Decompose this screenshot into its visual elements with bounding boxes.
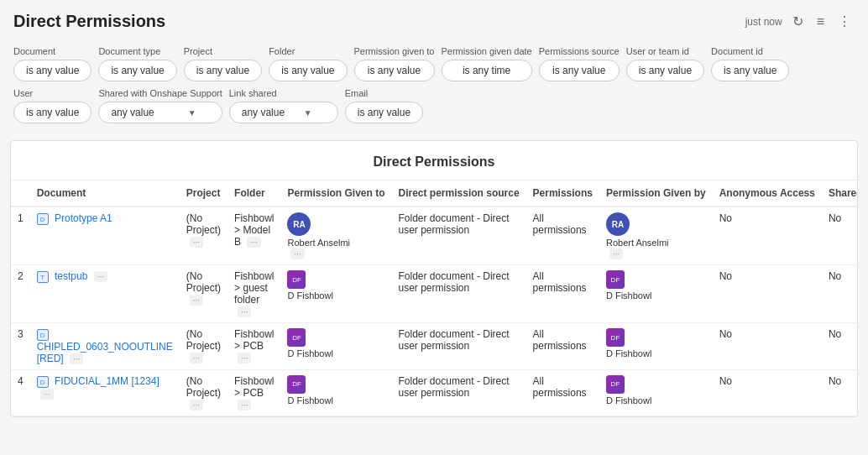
filter-perm-source[interactable]: is any value [539,60,620,81]
filter-group-shared-support: Shared with Onshape Support any value ▼ [98,88,222,123]
folder-more-btn-1[interactable]: ··· [247,237,260,248]
cell-folder-1: Fishbowl > Model B ··· [227,207,280,265]
filter-group-project: Project is any value [184,46,262,81]
table-body: 1 D Prototype A1 (No Project) ··· Fishbo… [11,207,857,416]
doc-more-btn-2[interactable]: ··· [94,271,107,282]
avatar-pgby-2: DF [606,270,625,289]
user-pgt-3: D Fishbowl [287,348,384,358]
filter-group-doctype: Document type is any value [98,46,176,81]
filter-group-email: Email is any value [345,88,423,123]
col-header-direct-perm-source: Direct permission source [392,180,526,207]
filter-shared-support-select[interactable]: any value ▼ [98,102,222,123]
cell-dps-3: Folder document - Direct user permission [392,323,526,370]
col-header-project: Project [180,180,227,207]
user-pgt-2: D Fishbowl [287,290,384,301]
filter-project[interactable]: is any value [184,60,262,81]
doc-more-btn-4[interactable]: ··· [40,389,54,400]
user-pgby-1: Robert Anselmi [606,238,706,248]
filter-folder[interactable]: is any value [269,60,347,81]
doc-name-1[interactable]: Prototype A1 [55,212,112,224]
filter-link-shared-value: any value [242,107,285,118]
cell-pgby-2: DF D Fishbowl [599,265,713,323]
cell-shared-1: No [822,207,857,265]
proj-more-btn-2[interactable]: ··· [190,295,203,306]
cell-anon-3: No [713,323,822,370]
filter-link-shared-select[interactable]: any value ▼ [229,102,338,123]
proj-value-3: (No Project) [186,328,221,352]
pgby-more-btn-1[interactable]: ··· [609,248,623,259]
proj-more-btn-3[interactable]: ··· [190,353,203,363]
proj-more-btn-1[interactable]: ··· [190,237,203,248]
folder-more-btn-4[interactable]: ··· [238,400,251,411]
table-scroll-wrapper[interactable]: Document Project Folder Permission Given… [11,180,857,416]
avatar-img-pgby-4: DF [606,375,625,394]
header-actions: just now ↻ ≡ ⋮ [745,12,855,31]
doc-name-2[interactable]: testpub [55,270,87,282]
filter-shared-support-value: any value [111,107,154,118]
table-row: 4 D FIDUCIAL_1MM [1234] ··· (No Project)… [11,369,857,416]
cell-shared-2: No [822,265,857,323]
filter-label-doc-id: Document id [711,46,789,56]
refresh-button[interactable]: ↻ [789,12,807,31]
more-options-button[interactable]: ⋮ [834,12,855,31]
filter-label-user: User [13,88,92,98]
filter-document[interactable]: is any value [13,60,92,81]
user-pgt-1: Robert Anselmi [287,238,384,248]
filter-user-team[interactable]: is any value [626,60,704,81]
document-icon-2: T [37,271,49,283]
row-num-2: 2 [11,265,30,323]
document-icon-3: D [37,329,49,341]
filter-email[interactable]: is any value [345,102,423,123]
col-header-permissions: Permissions [526,180,599,207]
user-pgby-2: D Fishbowl [606,290,706,301]
cell-pgt-2: DF D Fishbowl [280,265,391,323]
filter-doc-id[interactable]: is any value [711,60,789,81]
avatar-img-pgby-3: DF [606,328,625,347]
row-num-4: 4 [11,369,30,416]
cell-doc-2: T testpub ··· [30,265,180,323]
doc-name-4[interactable]: FIDUCIAL_1MM [1234] [55,375,159,387]
folder-more-btn-2[interactable]: ··· [238,306,251,317]
cell-folder-3: Fishbowl > PCB ··· [227,323,280,370]
filter-doctype[interactable]: is any value [98,60,176,81]
col-header-perm-given-by: Permission Given by [599,180,713,207]
filter-perm-given-to[interactable]: is any value [354,60,435,81]
filter-group-user: User is any value [13,88,92,123]
doc-name-3[interactable]: CHIPLED_0603_NOOUTLINE [RED] [37,341,173,364]
cell-pgby-3: DF D Fishbowl [599,323,713,370]
filter-label-user-team: User or team id [626,46,704,56]
filter-label-shared-support: Shared with Onshape Support [98,88,222,98]
folder-value-3: Fishbowl > PCB [234,328,274,352]
cell-proj-2: (No Project) ··· [180,265,227,323]
cell-proj-4: (No Project) ··· [180,369,227,416]
chevron-down-icon-2: ▼ [304,108,312,118]
cell-pgt-1: RA Robert Anselmi ··· [280,207,391,265]
filter-label-folder: Folder [269,46,347,56]
pgt-more-btn-1[interactable]: ··· [290,248,304,259]
cell-shared-3: No [822,323,857,370]
proj-more-btn-4[interactable]: ··· [190,400,203,411]
cell-pgby-1: RA Robert Anselmi ··· [599,207,713,265]
table-header: Document Project Folder Permission Given… [11,180,857,207]
filter-label-perm-given-to: Permission given to [354,46,435,56]
cell-pgt-3: DF D Fishbowl [280,323,391,370]
cell-perms-4: All permissions [526,369,599,416]
filter-perm-date[interactable]: is any time [442,60,532,81]
avatar-img-4: DF [287,375,306,394]
avatar-pgt-2: DF [287,270,306,289]
cell-pgt-4: DF D Fishbowl [280,369,391,416]
col-header-shared-onshape: Shared with Onshape Support [822,180,857,207]
col-header-anon: Anonymous Access [713,180,822,207]
filter-user[interactable]: is any value [13,102,92,123]
folder-more-btn-3[interactable]: ··· [238,353,251,363]
filter-options-button[interactable]: ≡ [813,13,828,31]
cell-doc-1: D Prototype A1 [30,207,180,265]
avatar-img-3: DF [287,328,306,347]
page-header: Direct Permissions just now ↻ ≡ ⋮ [0,0,868,39]
cell-anon-4: No [713,369,822,416]
filter-group-perm-source: Permissions source is any value [539,46,620,81]
doc-more-btn-3[interactable]: ··· [70,353,83,364]
filter-row-1: Document is any value Document type is a… [13,46,855,81]
filter-group-doc-id: Document id is any value [711,46,789,81]
chevron-down-icon: ▼ [188,108,196,118]
